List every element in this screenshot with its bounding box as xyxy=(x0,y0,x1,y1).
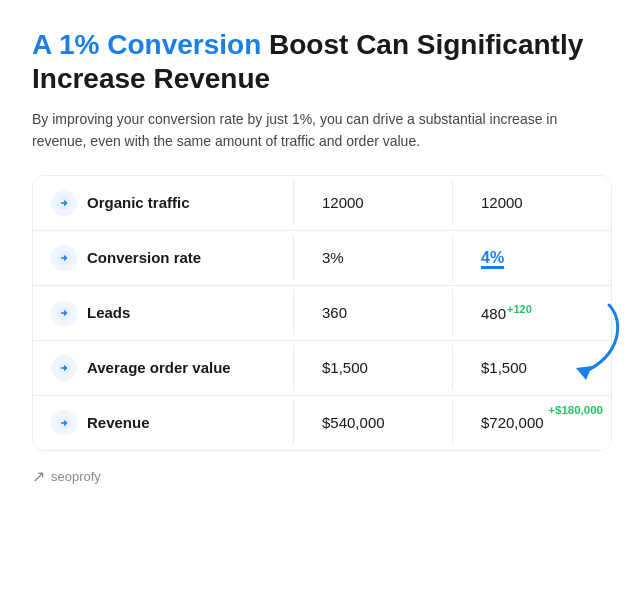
row-label: Revenue xyxy=(33,396,293,450)
row-label-text: Organic traffic xyxy=(87,194,190,211)
row-arrow-icon xyxy=(51,300,77,326)
row-label: Organic traffic xyxy=(33,176,293,230)
row-arrow-icon xyxy=(51,245,77,271)
table-row: Organic traffic1200012000 xyxy=(33,176,611,231)
row-value-1: 3% xyxy=(293,235,452,280)
row-label-text: Revenue xyxy=(87,414,150,431)
table-row: Revenue$540,000$720,000+$180,000 xyxy=(33,396,611,450)
title-highlight: A 1% Conversion xyxy=(32,29,261,60)
row-value-2: 4% xyxy=(452,235,611,281)
row-arrow-icon xyxy=(51,410,77,436)
logo-text: seoprofy xyxy=(51,469,101,484)
row-value-2: $1,500 xyxy=(452,345,611,390)
row-arrow-icon xyxy=(51,355,77,381)
row-value-1: 12000 xyxy=(293,180,452,225)
table-row: Conversion rate3%4% xyxy=(33,231,611,286)
row-value-2: 480+120 xyxy=(452,289,611,336)
plus-badge: +120 xyxy=(507,303,532,315)
row-label: Conversion rate xyxy=(33,231,293,285)
row-value-1: 360 xyxy=(293,290,452,335)
table-row: Average order value$1,500$1,500 xyxy=(33,341,611,396)
table-row: Leads360480+120 xyxy=(33,286,611,341)
row-label: Average order value xyxy=(33,341,293,395)
row-value-1: $540,000 xyxy=(293,400,452,445)
row-label: Leads xyxy=(33,286,293,340)
row-value-1: $1,500 xyxy=(293,345,452,390)
row-value-2: $720,000+$180,000 xyxy=(452,400,611,445)
row-label-text: Conversion rate xyxy=(87,249,201,266)
logo-area: ↗ seoprofy xyxy=(32,467,612,486)
row-label-text: Leads xyxy=(87,304,130,321)
highlighted-value: 4% xyxy=(481,249,504,267)
logo-icon: ↗ xyxy=(32,467,45,486)
subtitle-text: By improving your conversion rate by jus… xyxy=(32,109,572,152)
row-value-2: 12000 xyxy=(452,180,611,225)
comparison-table: Organic traffic1200012000Conversion rate… xyxy=(32,175,612,451)
revenue-badge: +$180,000 xyxy=(548,404,603,416)
page-title: A 1% Conversion Boost Can Significantly … xyxy=(32,28,612,95)
row-arrow-icon xyxy=(51,190,77,216)
row-label-text: Average order value xyxy=(87,359,231,376)
